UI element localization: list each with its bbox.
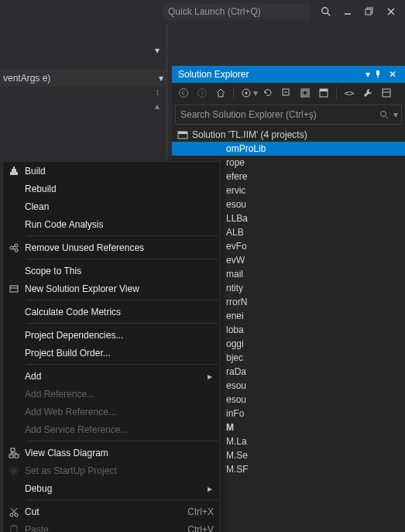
svg-rect-18 <box>320 89 328 91</box>
menu-item-add-reference: Add Reference... <box>3 385 220 403</box>
back-icon[interactable] <box>175 84 192 101</box>
preview-icon[interactable] <box>315 84 332 101</box>
menu-item-label: Cut <box>25 506 187 517</box>
svg-rect-24 <box>178 132 187 134</box>
menu-item-new-solution-explorer-view[interactable]: New Solution Explorer View <box>3 280 220 297</box>
code-icon[interactable]: <> <box>341 84 358 101</box>
svg-rect-4 <box>366 9 371 15</box>
menu-item-build[interactable]: Build <box>3 162 220 180</box>
search-icon[interactable] <box>315 3 337 20</box>
paste-icon <box>3 524 25 533</box>
scroll-up-icon[interactable]: ▴ <box>155 101 160 112</box>
panel-title-bar[interactable]: Solution Explorer ▾ ✕ <box>172 66 405 83</box>
forward-icon[interactable] <box>194 84 211 101</box>
code-breadcrumb[interactable]: ventArgs e) ▾ <box>0 70 166 87</box>
svg-rect-37 <box>15 455 19 458</box>
search-input[interactable]: Search Solution Explorer (Ctrl+ş) ▾ <box>175 105 402 125</box>
refs-icon <box>3 242 25 253</box>
menu-item-add-service-reference: Add Service Reference... <box>3 420 220 438</box>
menu-item-label: Add <box>25 371 208 382</box>
menu-item-add-web-reference: Add Web Reference... <box>3 403 220 420</box>
menu-item-project-build-order[interactable]: Project Build Order... <box>3 344 220 362</box>
menu-item-view-class-diagram[interactable]: View Class Diagram <box>3 444 220 462</box>
search-icon[interactable] <box>375 106 393 123</box>
cut-icon <box>3 506 25 517</box>
home-icon[interactable] <box>212 84 229 101</box>
gear-icon <box>3 465 25 476</box>
chevron-down-icon[interactable]: ▾ <box>159 73 163 84</box>
pin-icon[interactable] <box>374 70 386 78</box>
svg-rect-7 <box>376 70 379 75</box>
svg-point-10 <box>198 89 207 98</box>
sync-icon[interactable] <box>238 84 255 101</box>
class-icon <box>3 448 25 458</box>
build-icon <box>3 166 25 177</box>
menu-item-label: Build <box>25 166 220 177</box>
menu-item-label: Set as StartUp Project <box>25 465 220 476</box>
menu-item-label: View Class Diagram <box>25 448 220 458</box>
svg-point-12 <box>245 92 248 94</box>
menu-item-label: New Solution Explorer View <box>25 283 220 294</box>
svg-rect-47 <box>11 526 17 533</box>
close-button[interactable] <box>380 3 402 20</box>
newview-icon <box>3 283 25 294</box>
svg-rect-25 <box>10 172 18 175</box>
svg-point-9 <box>180 89 188 98</box>
menu-shortcut: Ctrl+V <box>187 524 220 533</box>
menu-item-remove-unused-references[interactable]: Remove Unused References <box>3 239 220 256</box>
menu-separator <box>26 441 218 441</box>
svg-point-30 <box>15 249 18 252</box>
svg-line-32 <box>13 249 15 250</box>
menu-item-calculate-code-metrics[interactable]: Calculate Code Metrics <box>3 303 220 321</box>
menu-item-label: Add Reference... <box>25 389 220 400</box>
menu-item-project-dependencies[interactable]: Project Dependencies... <box>3 326 220 344</box>
menu-item-label: Paste <box>25 524 187 533</box>
chevron-down-icon[interactable]: ▾ <box>362 69 374 80</box>
chevron-down-icon[interactable]: ▾ <box>253 88 258 98</box>
svg-line-22 <box>386 116 388 118</box>
menu-item-clean[interactable]: Clean <box>3 197 220 215</box>
svg-rect-36 <box>9 455 13 458</box>
menu-item-label: Add Service Reference... <box>25 424 220 435</box>
project-node-selected[interactable]: omProLib <box>172 142 405 156</box>
menu-separator <box>26 364 218 365</box>
svg-rect-35 <box>11 448 15 451</box>
svg-rect-27 <box>13 166 15 169</box>
menu-separator <box>26 300 218 300</box>
svg-rect-16 <box>303 91 307 95</box>
menu-item-rebuild[interactable]: Rebuild <box>3 180 220 197</box>
svg-point-0 <box>322 8 328 14</box>
svg-point-29 <box>15 244 18 247</box>
show-all-icon[interactable] <box>297 84 314 101</box>
menu-item-label: Debug <box>25 483 208 494</box>
menu-item-paste: PasteCtrl+V <box>3 520 220 532</box>
restore-button[interactable] <box>359 3 380 20</box>
menu-item-add[interactable]: Add▸ <box>3 367 220 385</box>
svg-rect-33 <box>10 286 18 292</box>
menu-item-label: Rebuild <box>25 184 220 194</box>
menu-separator <box>26 235 218 236</box>
split-icon[interactable]: ↕ <box>155 87 160 98</box>
menu-item-label: Add Web Reference... <box>25 407 220 417</box>
close-icon[interactable]: ✕ <box>386 69 399 80</box>
svg-point-43 <box>10 513 13 517</box>
menu-item-run-code-analysis[interactable]: Run Code Analysis <box>3 215 220 233</box>
menu-item-debug[interactable]: Debug▸ <box>3 479 220 497</box>
refresh-icon[interactable] <box>259 84 276 101</box>
menu-item-label: Project Dependencies... <box>25 330 220 341</box>
menu-item-set-as-startup-project: Set as StartUp Project <box>3 462 220 479</box>
wrench-icon[interactable] <box>359 84 376 101</box>
minimize-button[interactable] <box>337 3 359 20</box>
collapse-all-icon[interactable] <box>278 84 295 101</box>
menu-item-scope-to-this[interactable]: Scope to This <box>3 262 220 280</box>
menu-item-cut[interactable]: CutCtrl+X <box>3 503 220 520</box>
menu-separator <box>26 259 218 259</box>
solution-node[interactable]: Solution 'TL.IIM' (4 projects) <box>172 128 405 142</box>
panel-title: Solution Explorer <box>178 69 249 80</box>
properties-icon[interactable] <box>378 84 395 101</box>
chevron-down-icon[interactable]: ▾ <box>393 109 401 120</box>
menu-separator <box>26 323 218 324</box>
menu-item-label: Scope to This <box>25 266 220 276</box>
quick-launch-input[interactable]: Quick Launch (Ctrl+Q) <box>163 3 311 20</box>
menu-item-label: Remove Unused References <box>25 242 220 253</box>
